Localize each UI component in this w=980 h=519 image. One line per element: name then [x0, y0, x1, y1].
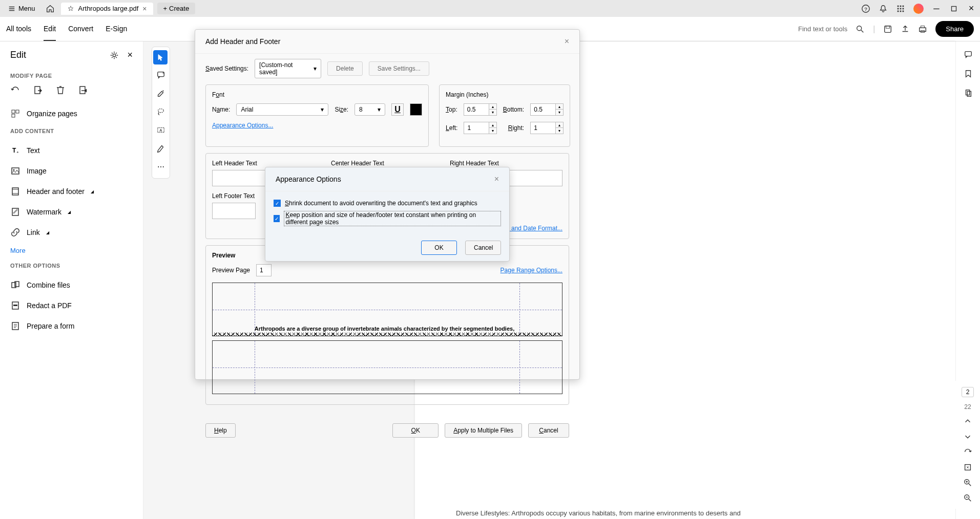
tab-esign[interactable]: E-Sign: [106, 17, 127, 41]
font-label: Font: [212, 91, 422, 98]
sidebar-item-prepare-form[interactable]: Prepare a form: [10, 316, 133, 336]
select-tool[interactable]: [153, 50, 168, 64]
link-label: Link: [27, 228, 40, 236]
extract-icon[interactable]: [33, 85, 43, 95]
refresh-icon[interactable]: [963, 447, 972, 457]
cancel-button[interactable]: Cancel: [528, 423, 569, 438]
document-tab[interactable]: Arthropods large.pdf ×: [61, 3, 153, 15]
sub-ok-button[interactable]: OK: [421, 241, 457, 255]
zoom-in-icon[interactable]: [963, 478, 972, 487]
search-icon[interactable]: [856, 25, 865, 34]
find-label: Find text or tools: [798, 25, 847, 33]
maximize-icon[interactable]: [949, 4, 958, 13]
close-dialog-icon[interactable]: ×: [565, 37, 569, 46]
underline-button[interactable]: U: [391, 103, 404, 116]
rotate-icon[interactable]: [10, 85, 20, 95]
appearance-options-link[interactable]: Appearance Options...: [212, 122, 422, 129]
more-link[interactable]: More: [10, 247, 133, 254]
preview-page-spinner[interactable]: [256, 264, 272, 276]
sidebar-item-header-footer[interactable]: Header and footer ◢: [10, 181, 133, 202]
avatar[interactable]: [913, 4, 924, 14]
color-button[interactable]: [410, 103, 422, 116]
menu-label: Menu: [18, 5, 35, 12]
bottom-spinner[interactable]: ▴▾: [530, 103, 564, 116]
save-icon[interactable]: [883, 25, 892, 34]
minimize-icon[interactable]: ─: [932, 4, 941, 13]
save-settings-button[interactable]: Save Settings...: [369, 61, 429, 76]
bookmark-icon[interactable]: [964, 69, 973, 78]
page-number-input[interactable]: 2: [962, 387, 974, 397]
font-controls: Name: Arial▾ Size: 8▾ U: [212, 103, 422, 116]
chat-icon[interactable]: [964, 50, 973, 59]
sub-dialog-body: ✓ Shrink document to avoid overwriting t…: [265, 191, 509, 234]
svg-rect-41: [966, 90, 969, 95]
close-window-icon[interactable]: ×: [967, 4, 976, 13]
left-footer-input[interactable]: [212, 203, 256, 219]
fit-icon[interactable]: [963, 463, 972, 472]
page-range-link[interactable]: Page Range Options...: [501, 267, 562, 274]
svg-rect-9: [900, 10, 902, 12]
font-margin-row: Font Name: Arial▾ Size: 8▾ U Appearance …: [205, 84, 569, 153]
home-icon[interactable]: [46, 4, 55, 13]
page-down-icon[interactable]: [963, 432, 972, 441]
combine-label: Combine files: [27, 281, 70, 289]
saved-settings-dropdown[interactable]: [Custom-not saved]▾: [255, 59, 321, 78]
delete-icon[interactable]: [55, 85, 66, 95]
page-navigator: 2 22: [955, 381, 980, 509]
top-spinner[interactable]: ▴▾: [464, 103, 497, 116]
bell-icon[interactable]: [879, 4, 888, 13]
apps-icon[interactable]: [896, 4, 905, 13]
keep-position-checkbox[interactable]: ✓: [274, 215, 280, 222]
svg-text:A: A: [160, 128, 162, 133]
tab-edit[interactable]: Edit: [44, 17, 56, 41]
print-icon[interactable]: [918, 25, 927, 34]
zoom-out-icon[interactable]: [963, 493, 972, 503]
font-name-dropdown[interactable]: Arial▾: [236, 103, 328, 116]
sidebar-item-redact[interactable]: Redact a PDF: [10, 295, 133, 316]
comment-tool[interactable]: +: [152, 66, 170, 84]
draw-tool[interactable]: [152, 139, 170, 158]
svg-point-12: [857, 26, 862, 30]
gear-icon[interactable]: [110, 51, 119, 60]
help-button[interactable]: Help: [205, 423, 236, 438]
highlight-tool[interactable]: [152, 84, 170, 102]
font-size-dropdown[interactable]: 8▾: [355, 103, 385, 116]
textbox-tool[interactable]: A: [152, 121, 170, 139]
tab-all-tools[interactable]: All tools: [6, 17, 31, 41]
check-row-keep-position[interactable]: ✓ Keep position and size of header/foote…: [274, 209, 501, 228]
shrink-checkbox[interactable]: ✓: [274, 200, 281, 207]
sidebar-item-text[interactable]: T+ Text: [10, 140, 133, 161]
close-sub-dialog-icon[interactable]: ×: [494, 175, 499, 184]
sub-cancel-button[interactable]: Cancel: [465, 241, 501, 255]
menu-button[interactable]: Menu: [4, 3, 39, 14]
help-icon[interactable]: ?: [861, 4, 870, 13]
apply-multiple-button[interactable]: Apply to Multiple Files: [445, 423, 522, 438]
left-spinner[interactable]: ▴▾: [464, 122, 497, 134]
redact-label: Redact a PDF: [27, 301, 72, 310]
create-button[interactable]: + Create: [157, 3, 196, 14]
share-button[interactable]: Share: [935, 21, 974, 37]
sidebar-item-organize[interactable]: Organize pages: [10, 103, 133, 124]
delete-button[interactable]: Delete: [327, 61, 363, 76]
preview-header-area: Arthropods are a diverse group of invert…: [212, 283, 562, 336]
tab-convert[interactable]: Convert: [68, 17, 93, 41]
more-tools[interactable]: ⋯: [152, 158, 170, 176]
right-spinner[interactable]: ▴▾: [530, 122, 564, 134]
sidebar-item-combine[interactable]: Combine files: [10, 275, 133, 295]
lasso-tool[interactable]: [152, 102, 170, 121]
insert-icon[interactable]: [78, 85, 88, 95]
close-tab-icon[interactable]: ×: [142, 5, 147, 13]
sidebar-item-watermark[interactable]: Watermark ◢: [10, 202, 133, 222]
watermark-label: Watermark: [27, 208, 61, 216]
sidebar-item-image[interactable]: Image: [10, 161, 133, 181]
check-row-shrink[interactable]: ✓ Shrink document to avoid overwriting t…: [274, 198, 501, 209]
page-up-icon[interactable]: [963, 417, 972, 426]
ok-button[interactable]: OK: [392, 423, 439, 438]
svg-rect-21: [12, 110, 15, 113]
preview-text: Arthropods are a diverse group of invert…: [255, 326, 514, 332]
upload-icon[interactable]: [901, 25, 910, 34]
pages-icon[interactable]: [964, 89, 973, 98]
close-sidebar-icon[interactable]: ×: [127, 50, 133, 60]
sidebar-item-link[interactable]: Link ◢: [10, 222, 133, 243]
margin-row-2: Left: ▴▾ Right: ▴▾: [446, 122, 564, 134]
